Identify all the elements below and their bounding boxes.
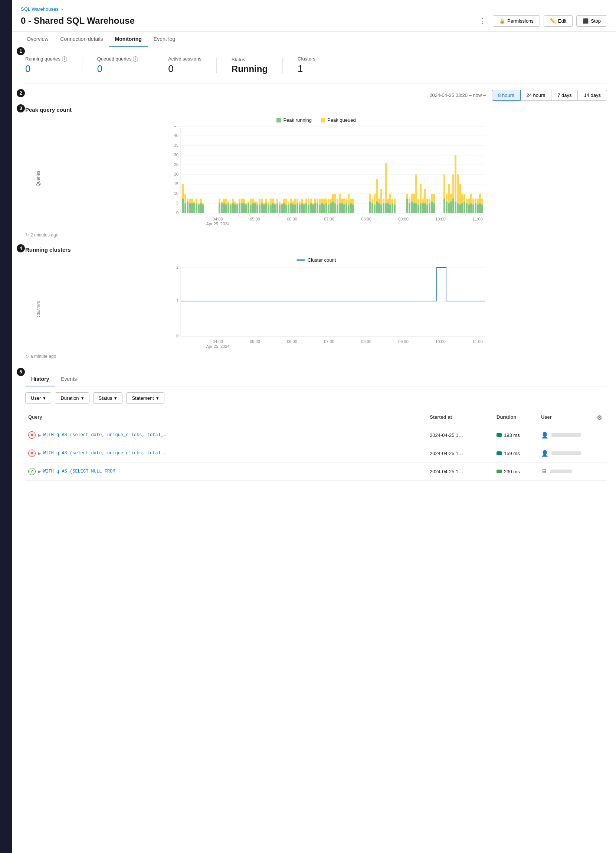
svg-rect-125 — [312, 205, 314, 213]
svg-rect-28 — [189, 199, 191, 203]
svg-rect-157 — [348, 205, 350, 213]
filter-user-button[interactable]: User ▾ — [25, 392, 51, 404]
tab-connection-details[interactable]: Connection details — [54, 32, 109, 47]
svg-rect-34 — [196, 199, 197, 203]
tab-event-log[interactable]: Event log — [148, 32, 181, 47]
svg-rect-32 — [193, 202, 195, 203]
svg-rect-91 — [274, 205, 276, 213]
svg-rect-150 — [339, 194, 341, 203]
date-range-text: 2024-04-25 03:20 – now – — [429, 93, 486, 98]
svg-rect-244 — [477, 199, 479, 205]
svg-rect-72 — [252, 199, 254, 203]
permissions-button[interactable]: 🔒 Permissions — [493, 15, 540, 27]
time-btn-24hours[interactable]: 24 hours — [520, 90, 552, 100]
svg-rect-146 — [334, 194, 336, 203]
svg-rect-38 — [200, 199, 202, 203]
svg-rect-193 — [413, 203, 415, 213]
query-text-2[interactable]: WITH q AS (select date, unique_clicks, t… — [43, 451, 166, 456]
svg-rect-237 — [470, 203, 472, 213]
svg-text:06:00: 06:00 — [287, 339, 297, 344]
breadcrumb-separator: › — [62, 6, 63, 12]
running-queries-info-icon[interactable]: i — [62, 56, 67, 62]
svg-rect-205 — [426, 205, 428, 213]
history-tab-history[interactable]: History — [25, 372, 55, 386]
td-user-2: 👤 — [538, 448, 594, 458]
metric-clusters: Clusters 1 — [297, 56, 330, 74]
svg-rect-154 — [343, 199, 345, 205]
filter-duration-button[interactable]: Duration ▾ — [55, 392, 89, 404]
svg-rect-48 — [225, 199, 227, 205]
svg-text:07:00: 07:00 — [324, 339, 334, 344]
svg-text:30: 30 — [174, 153, 179, 157]
tab-overview[interactable]: Overview — [21, 32, 54, 47]
svg-text:Apr 25, 2024: Apr 25, 2024 — [206, 222, 230, 226]
svg-rect-190 — [408, 199, 410, 203]
svg-rect-52 — [230, 203, 232, 205]
time-btn-7days[interactable]: 7 days — [551, 90, 578, 100]
svg-rect-197 — [417, 205, 419, 213]
svg-rect-235 — [468, 205, 470, 213]
breadcrumb-parent[interactable]: SQL Warehouses — [21, 6, 59, 12]
filter-status-button[interactable]: Status ▾ — [93, 392, 123, 404]
svg-rect-224 — [455, 155, 457, 202]
svg-rect-27 — [189, 203, 191, 213]
running-queries-value: 0 — [25, 63, 67, 74]
peak-query-y-axis-label: Queries — [36, 170, 41, 186]
svg-rect-183 — [391, 203, 393, 213]
svg-rect-234 — [466, 199, 467, 203]
svg-rect-63 — [243, 203, 245, 213]
chevron-down-icon-user: ▾ — [43, 395, 46, 401]
svg-rect-64 — [243, 199, 245, 203]
svg-text:35: 35 — [174, 143, 179, 147]
svg-rect-188 — [406, 194, 408, 199]
queued-queries-info-icon[interactable]: i — [133, 56, 138, 62]
svg-rect-112 — [296, 199, 298, 203]
time-btn-8hours[interactable]: 8 hours — [492, 90, 520, 100]
svg-rect-195 — [415, 203, 417, 213]
svg-rect-122 — [308, 199, 310, 205]
expand-arrow-1[interactable]: ▶ — [38, 433, 41, 438]
svg-rect-117 — [303, 205, 305, 213]
expand-arrow-2[interactable]: ▶ — [38, 451, 41, 456]
query-text-3[interactable]: WITH q AS (SELECT NULL FROM — [43, 469, 115, 474]
svg-text:07:00: 07:00 — [324, 217, 334, 221]
user-icon-2: 👤 — [541, 450, 548, 457]
history-tab-events[interactable]: Events — [55, 372, 83, 386]
stop-button[interactable]: ⬛ Stop — [576, 15, 607, 27]
svg-rect-144 — [332, 194, 334, 202]
more-options-button[interactable]: ⋮ — [476, 15, 489, 27]
svg-rect-30 — [191, 199, 193, 203]
svg-rect-56 — [234, 202, 236, 205]
svg-rect-173 — [380, 205, 382, 213]
svg-rect-192 — [411, 194, 413, 202]
tab-monitoring[interactable]: Monitoring — [109, 32, 148, 47]
svg-rect-80 — [261, 199, 263, 203]
svg-rect-226 — [457, 175, 459, 203]
user-bar-2 — [551, 451, 581, 455]
time-btn-14days[interactable]: 14 days — [578, 90, 607, 100]
refresh-icon-1: ↻ — [25, 232, 29, 238]
peak-query-svg: 0 5 10 15 20 25 30 35 — [44, 126, 607, 230]
svg-rect-199 — [420, 203, 422, 213]
svg-rect-66 — [245, 203, 247, 205]
chart-controls: 2024-04-25 03:20 – now – 8 hours 24 hour… — [25, 84, 607, 103]
filter-statement-label: Statement — [132, 395, 154, 401]
svg-rect-184 — [391, 199, 393, 203]
svg-rect-245 — [479, 203, 481, 213]
filter-statement-button[interactable]: Statement ▾ — [126, 392, 164, 404]
step-5-badge: 5 — [17, 368, 25, 376]
table-settings-icon[interactable]: ⚙ — [597, 414, 602, 421]
edit-button[interactable]: ✏️ Edit — [544, 15, 573, 27]
svg-rect-242 — [475, 199, 476, 203]
expand-arrow-3[interactable]: ▶ — [38, 469, 41, 474]
lock-icon: 🔒 — [499, 18, 505, 24]
svg-rect-55 — [234, 205, 236, 213]
svg-rect-141 — [330, 203, 332, 213]
stop-icon: ⬛ — [583, 18, 589, 24]
svg-rect-186 — [394, 199, 396, 205]
metric-active-sessions: Active sessions 0 — [168, 56, 216, 74]
query-text-1[interactable]: WITH q AS (select date, unique_clicks, t… — [43, 433, 166, 438]
metric-divider-1 — [82, 58, 82, 73]
svg-rect-43 — [221, 203, 223, 213]
svg-rect-213 — [443, 199, 445, 213]
